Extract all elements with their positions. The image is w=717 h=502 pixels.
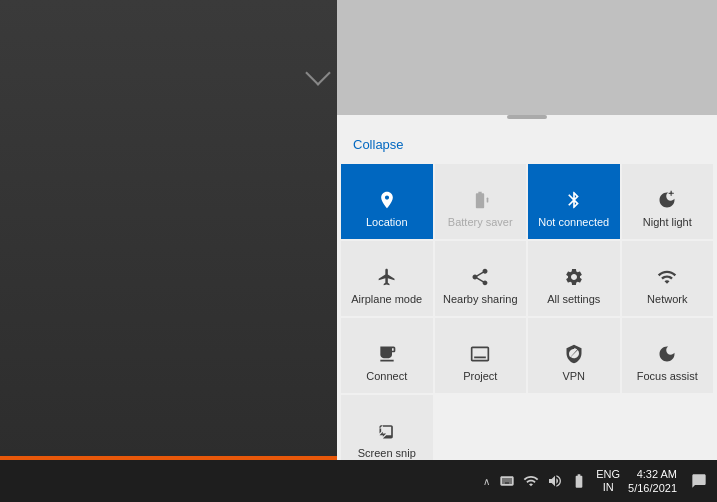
tile-focus-assist[interactable]: Focus assist <box>622 318 714 393</box>
nearby-sharing-icon <box>470 267 490 287</box>
location-icon <box>377 190 397 210</box>
taskbar-clock[interactable]: 4:32 AM 5/16/2021 <box>628 467 677 496</box>
tile-airplane-mode-label: Airplane mode <box>351 293 422 306</box>
quick-actions-grid: Location Battery saver Not connected <box>337 164 717 470</box>
tile-screen-snip-label: Screen snip <box>358 447 416 460</box>
system-tray-icons <box>498 472 588 490</box>
action-center-panel: Collapse Location Battery saver Not conn… <box>337 115 717 490</box>
scroll-indicator <box>507 115 547 119</box>
tile-project-label: Project <box>463 370 497 383</box>
night-light-icon <box>657 190 677 210</box>
tile-connect[interactable]: Connect <box>341 318 433 393</box>
left-panel <box>0 0 337 460</box>
focus-assist-icon <box>657 344 677 364</box>
taskbar-system-tray-chevron[interactable]: ∧ <box>483 476 490 487</box>
connect-icon <box>377 344 397 364</box>
svg-rect-0 <box>487 197 489 202</box>
svg-point-1 <box>670 192 673 195</box>
tile-airplane-mode[interactable]: Airplane mode <box>341 241 433 316</box>
network-icon <box>657 267 677 287</box>
tile-not-connected-label: Not connected <box>538 216 609 229</box>
tile-location[interactable]: Location <box>341 164 433 239</box>
tile-battery-saver[interactable]: Battery saver <box>435 164 527 239</box>
battery-taskbar-icon[interactable] <box>570 472 588 490</box>
vpn-icon <box>564 344 584 364</box>
tile-project[interactable]: Project <box>435 318 527 393</box>
screen-snip-icon <box>377 421 397 441</box>
keyboard-icon[interactable] <box>498 472 516 490</box>
tile-network[interactable]: Network <box>622 241 714 316</box>
panel-dropdown-indicator[interactable] <box>0 68 337 76</box>
chevron-up-icon: ∧ <box>483 476 490 487</box>
tile-night-light-label: Night light <box>643 216 692 229</box>
tile-network-label: Network <box>647 293 687 306</box>
language-indicator[interactable]: ENG IN <box>596 468 620 494</box>
tile-all-settings-label: All settings <box>547 293 600 306</box>
settings-icon <box>564 267 584 287</box>
taskbar: ∧ ENG IN 4:32 AM 5/16/2021 <box>0 460 717 502</box>
network-status-icon[interactable] <box>522 472 540 490</box>
language-text: ENG IN <box>596 468 620 493</box>
tile-nearby-sharing[interactable]: Nearby sharing <box>435 241 527 316</box>
tile-battery-saver-label: Battery saver <box>448 216 513 229</box>
volume-icon[interactable] <box>546 472 564 490</box>
battery-icon <box>470 190 490 210</box>
notification-icon <box>691 473 707 489</box>
tile-vpn-label: VPN <box>562 370 585 383</box>
tile-focus-assist-label: Focus assist <box>637 370 698 383</box>
airplane-icon <box>377 267 397 287</box>
clock-date: 5/16/2021 <box>628 481 677 495</box>
notification-center-button[interactable] <box>689 471 709 491</box>
tile-not-connected[interactable]: Not connected <box>528 164 620 239</box>
tile-location-label: Location <box>366 216 408 229</box>
tile-connect-label: Connect <box>366 370 407 383</box>
tile-night-light[interactable]: Night light <box>622 164 714 239</box>
collapse-button[interactable]: Collapse <box>337 127 420 164</box>
tile-nearby-sharing-label: Nearby sharing <box>443 293 518 306</box>
tile-vpn[interactable]: VPN <box>528 318 620 393</box>
tile-all-settings[interactable]: All settings <box>528 241 620 316</box>
clock-time: 4:32 AM <box>628 467 677 481</box>
tile-screen-snip[interactable]: Screen snip <box>341 395 433 470</box>
project-icon <box>470 344 490 364</box>
bluetooth-icon <box>564 190 584 210</box>
left-panel-inner <box>0 0 337 460</box>
